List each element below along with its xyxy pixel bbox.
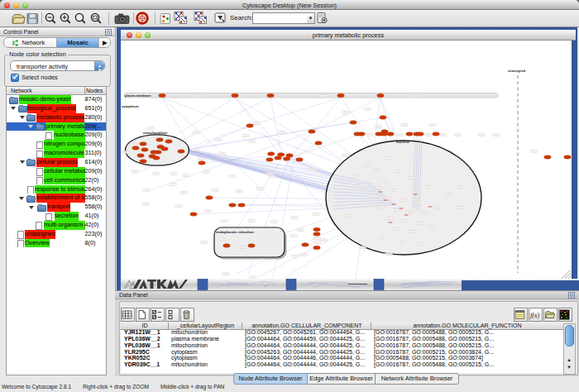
svg-text:mitochondrion: mitochondrion [143,131,168,135]
svg-text:nucleus: nucleus [396,140,409,144]
svg-text:endoplasmic reticulum: endoplasmic reticulum [216,230,254,234]
svg-text:plasma membrane: plasma membrane [125,94,151,98]
svg-text:cytoplasm: cytoplasm [122,104,139,108]
svg-text:f(x): f(x) [530,312,539,319]
svg-text:unassigned: unassigned [508,69,526,73]
